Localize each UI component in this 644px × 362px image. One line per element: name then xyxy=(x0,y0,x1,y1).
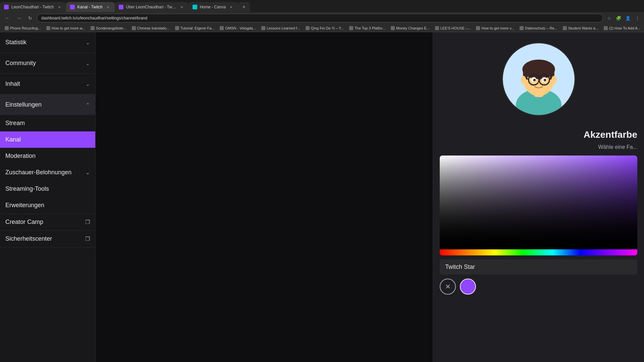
bookmark-label-4: Chinese translatio... xyxy=(137,26,170,30)
chevron-down-icon-inhalt: ⌄ xyxy=(86,81,90,87)
browser-actions: ☆ 🧩 👤 ⋮ xyxy=(605,14,641,22)
tab-kanal[interactable]: Kanal - Twitch ✕ xyxy=(66,2,115,12)
sidebar-section-creator-camp: Creator Camp ❐ xyxy=(0,214,95,231)
bookmark-lessons[interactable]: Lessons Learned f... xyxy=(259,25,302,31)
sidebar-item-erweiterungen[interactable]: Erweiterungen xyxy=(0,197,95,214)
tab-bar: LeonChaudhari - Twitch ✕ Kanal - Twitch … xyxy=(0,0,644,12)
color-picker-container[interactable] xyxy=(440,156,637,255)
bookmark-label-2: How to get more w... xyxy=(52,26,85,30)
sidebar-einstellungen-header[interactable]: Einstellungen ⌃ xyxy=(0,95,95,115)
bookmark-tutorial[interactable]: Tutorial: Eigene Fa... xyxy=(173,25,217,31)
tab-leonchaurdhari[interactable]: LeonChaudhari - Twitch ✕ xyxy=(0,2,66,12)
svg-point-20 xyxy=(551,76,556,83)
chevron-down-icon-community: ⌄ xyxy=(86,61,90,66)
accent-color-circle[interactable] xyxy=(460,279,476,295)
close-color-picker-button[interactable]: ✕ xyxy=(440,279,456,295)
tab-close-2[interactable]: ✕ xyxy=(105,4,111,10)
tab-favicon-3 xyxy=(119,5,123,9)
svg-point-17 xyxy=(534,79,535,80)
chevron-up-icon-einstellungen: ⌃ xyxy=(86,102,90,108)
back-button[interactable]: ← xyxy=(3,13,12,23)
sidebar-item-sicherheitscenter[interactable]: Sicherheitscenter ❐ xyxy=(0,231,95,247)
sidebar-sicherheitscenter-label: Sicherheitscenter xyxy=(5,235,52,242)
bookmark-label-15: (2) How To Add A... xyxy=(609,26,641,30)
bookmark-student[interactable]: Student Wants a... xyxy=(561,25,600,31)
sidebar-inhalt-header[interactable]: Inhalt ⌄ xyxy=(0,74,95,94)
tab-ueber[interactable]: Über LeonChaudhari - Twitch ✕ xyxy=(115,2,189,12)
sidebar-statistik-header[interactable]: Statistik ⌄ xyxy=(0,32,95,53)
bookmark-label-13: Datenschutz – Re... xyxy=(525,26,557,30)
bookmark-qing[interactable]: Qing Fei De Yi – Y... xyxy=(304,25,346,31)
bookmark-label-9: The Top 3 Platfor... xyxy=(355,26,385,30)
color-gradient-area[interactable] xyxy=(440,156,637,249)
svg-point-18 xyxy=(544,79,545,80)
external-link-icon-creator-camp: ❐ xyxy=(85,219,90,225)
bookmark-working[interactable]: How to get more w... xyxy=(44,25,87,31)
bookmark-how-to-add[interactable]: (2) How To Add A... xyxy=(602,25,643,31)
tab-close-3[interactable]: ✕ xyxy=(179,4,184,10)
sidebar-item-moderation[interactable]: Moderation xyxy=(0,148,95,164)
sidebar-item-zuschauer[interactable]: Zuschauer-Belohnungen ⌄ xyxy=(0,164,95,181)
bookmark-datenschutz[interactable]: Datenschutz – Re... xyxy=(518,25,559,31)
sidebar-section-inhalt: Inhalt ⌄ xyxy=(0,74,95,95)
accent-color-subtitle: Wähle eine Fa... xyxy=(440,144,637,150)
close-icon: ✕ xyxy=(445,283,451,291)
sidebar-item-stream[interactable]: Stream xyxy=(0,115,95,131)
forward-button[interactable]: → xyxy=(14,13,23,23)
bookmark-money[interactable]: Money Changes E... xyxy=(389,25,432,31)
tab-label-3: Über LeonChaudhari - Twitch xyxy=(126,5,177,9)
extension-puzzle-icon[interactable]: 🧩 xyxy=(614,14,623,22)
bookmark-how-to-get[interactable]: How to get more v... xyxy=(474,25,516,31)
sidebar-creator-camp-label: Creator Camp xyxy=(5,219,43,226)
profile-icon[interactable]: 👤 xyxy=(624,14,632,22)
bookmark-favicon-7 xyxy=(261,26,265,30)
color-hue-slider[interactable] xyxy=(440,249,637,255)
tab-close-1[interactable]: ✕ xyxy=(57,4,62,10)
main-content: Statistik ⌄ Community ⌄ Inhalt ⌄ Einstel… xyxy=(0,32,644,362)
bookmark-favicon-5 xyxy=(175,26,179,30)
sidebar-community-label: Community xyxy=(5,60,36,67)
address-input[interactable] xyxy=(37,14,603,22)
bookmark-sonderangebote[interactable]: Sonderangebote... xyxy=(89,25,128,31)
bookmark-star-icon[interactable]: ☆ xyxy=(605,14,613,22)
bookmark-label-6: GMSN - Vologda... xyxy=(225,26,256,30)
color-controls: ✕ xyxy=(440,275,637,299)
bookmark-gmsn[interactable]: GMSN - Vologda... xyxy=(218,25,258,31)
browser-chrome: LeonChaudhari - Twitch ✕ Kanal - Twitch … xyxy=(0,0,644,32)
bookmark-favicon-9 xyxy=(349,26,353,30)
bookmark-chinese[interactable]: Chinese translatio... xyxy=(130,25,172,31)
sidebar-item-kanal[interactable]: Kanal xyxy=(0,131,95,148)
bookmark-phone-recycling[interactable]: Phone Recycling... xyxy=(3,25,43,31)
bookmark-favicon-14 xyxy=(563,26,567,30)
bookmark-favicon-8 xyxy=(306,26,310,30)
chevron-down-icon-statistik: ⌄ xyxy=(86,40,90,45)
external-link-icon-sicherheitscenter: ❐ xyxy=(85,236,90,242)
tab-canva[interactable]: Home - Canva ✕ xyxy=(189,2,238,12)
sidebar-einstellungen-label: Einstellungen xyxy=(5,101,42,108)
bookmark-favicon-6 xyxy=(220,26,224,30)
sidebar-zuschauer-label: Zuschauer-Belohnungen xyxy=(5,169,71,176)
bookmark-top3[interactable]: The Top 3 Platfor... xyxy=(347,25,387,31)
bookmark-favicon-11 xyxy=(435,26,439,30)
bookmark-favicon-2 xyxy=(46,26,50,30)
bookmark-favicon-4 xyxy=(132,26,136,30)
sidebar-community-header[interactable]: Community ⌄ xyxy=(0,53,95,73)
twitch-star-section: Twitch Star xyxy=(440,259,637,275)
right-sidebar: Akzentfarbe Wähle eine Fa... Twitch Star xyxy=(433,32,644,362)
tab-label-4: Home - Canva xyxy=(200,5,226,9)
bookmark-favicon-12 xyxy=(476,26,480,30)
reload-button[interactable]: ↻ xyxy=(25,13,35,23)
bookmark-lees[interactable]: LEE'S HOUSE –... xyxy=(433,25,473,31)
menu-dots-icon[interactable]: ⋮ xyxy=(633,14,641,22)
new-tab-icon: + xyxy=(242,4,245,10)
sidebar-item-creator-camp[interactable]: Creator Camp ❐ xyxy=(0,214,95,230)
bookmark-label-10: Money Changes E... xyxy=(396,26,430,30)
tab-favicon-4 xyxy=(193,5,197,9)
accent-color-title: Akzentfarbe xyxy=(440,129,637,140)
tab-close-4[interactable]: ✕ xyxy=(228,4,234,10)
new-tab-button[interactable]: + xyxy=(238,2,250,12)
sidebar: Statistik ⌄ Community ⌄ Inhalt ⌄ Einstel… xyxy=(0,32,96,362)
sidebar-item-streaming-tools[interactable]: Streaming-Tools xyxy=(0,181,95,197)
bookmark-label-14: Student Wants a... xyxy=(568,26,598,30)
bookmark-favicon-1 xyxy=(5,26,9,30)
